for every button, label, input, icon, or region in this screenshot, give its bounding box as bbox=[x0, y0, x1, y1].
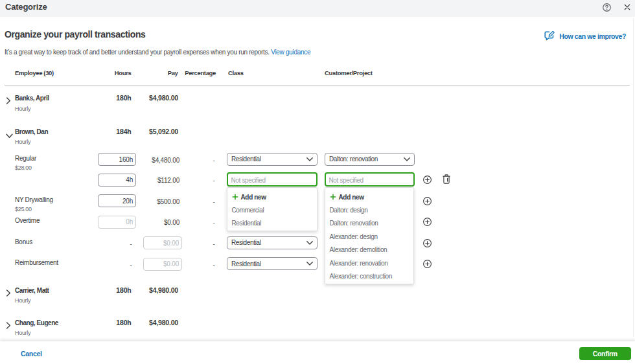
employee-pay: $4,980.00 bbox=[117, 287, 178, 294]
payitem-hours: - bbox=[97, 261, 132, 268]
class-select[interactable]: Residential bbox=[227, 236, 318, 249]
select-value: Residential bbox=[231, 239, 306, 246]
close-button[interactable] bbox=[623, 3, 631, 11]
modal-header: Categorize bbox=[0, 0, 635, 17]
expand-chevron-right-icon[interactable] bbox=[6, 288, 11, 299]
payitem-rate: $28.00 bbox=[15, 165, 32, 171]
menu-item-alexander-design[interactable]: Alexander: design bbox=[325, 230, 413, 243]
circle-plus-icon bbox=[423, 260, 432, 268]
view-guidance-link[interactable]: View guidance bbox=[271, 49, 310, 56]
chevron-down-icon bbox=[306, 157, 313, 161]
payitem-percentage: - bbox=[181, 157, 215, 164]
menu-item-label: Add new bbox=[339, 194, 364, 201]
select-value: Residential bbox=[231, 260, 306, 267]
employee-type: Hourly bbox=[15, 297, 30, 304]
expand-chevron-right-icon[interactable] bbox=[6, 320, 11, 332]
menu-item-alexander-construction[interactable]: Alexander: construction bbox=[325, 269, 413, 282]
class-dropdown-menu: Add new Commercial Residential bbox=[227, 187, 318, 231]
select-value: Dalton: renovation bbox=[329, 155, 404, 163]
chevron-down-icon bbox=[306, 262, 313, 266]
col-header-employee: Employee (30) bbox=[15, 69, 54, 76]
employee-type: Hourly bbox=[15, 139, 30, 145]
delete-line-button[interactable] bbox=[443, 174, 450, 184]
class-combobox-focused[interactable] bbox=[227, 172, 318, 187]
payitem-pay: $0.00 bbox=[118, 219, 179, 226]
customer-select[interactable]: Dalton: renovation bbox=[325, 153, 415, 166]
menu-item-residential[interactable]: Residential bbox=[227, 217, 317, 230]
page-subtitle: It’s a great way to keep track of and be… bbox=[5, 49, 310, 56]
payitem-label: Bonus bbox=[15, 238, 32, 245]
col-header-customer: Customer/Project bbox=[325, 69, 373, 76]
pay-cell bbox=[143, 257, 182, 270]
help-icon bbox=[603, 3, 611, 12]
col-header-percentage: Percentage bbox=[162, 69, 216, 76]
page-title: Organize your payroll transactions bbox=[5, 29, 145, 40]
menu-item-commercial[interactable]: Commercial bbox=[227, 203, 317, 216]
payitem-label: Regular bbox=[15, 155, 36, 162]
customer-input[interactable] bbox=[326, 175, 413, 187]
menu-item-add-new[interactable]: Add new bbox=[227, 190, 317, 203]
payitem-percentage: - bbox=[181, 177, 215, 184]
circle-plus-icon bbox=[423, 218, 432, 226]
menu-item-dalton-design[interactable]: Dalton: design bbox=[325, 203, 413, 216]
feedback-icon bbox=[544, 31, 555, 41]
modal-title: Categorize bbox=[5, 2, 47, 12]
expand-chevron-right-icon[interactable] bbox=[6, 95, 11, 107]
pay-cell bbox=[143, 236, 182, 249]
menu-item-alexander-demolition[interactable]: Alexander: demolition bbox=[325, 244, 413, 256]
menu-item-alexander-renovation[interactable]: Alexander: renovation bbox=[325, 256, 413, 269]
trash-icon bbox=[443, 174, 450, 184]
feedback-label: How can we improve? bbox=[559, 32, 626, 40]
add-line-button[interactable] bbox=[423, 218, 432, 226]
pay-input[interactable] bbox=[143, 236, 182, 249]
select-value: Residential bbox=[231, 155, 306, 163]
subtitle-text: It’s a great way to keep track of and be… bbox=[5, 49, 270, 56]
employee-name: Carrier, Matt bbox=[15, 287, 49, 294]
class-input[interactable] bbox=[228, 175, 316, 187]
menu-item-label: Add new bbox=[241, 194, 266, 201]
payitem-pay: $500.00 bbox=[118, 198, 179, 205]
circle-plus-icon bbox=[423, 197, 432, 205]
plus-icon bbox=[330, 194, 336, 200]
class-select[interactable]: Residential bbox=[227, 153, 318, 166]
pay-input[interactable] bbox=[143, 258, 182, 271]
payitem-percentage: - bbox=[181, 219, 215, 226]
close-icon bbox=[623, 3, 631, 11]
table-header-rule bbox=[5, 85, 630, 85]
modal-footer: Cancel Confirm bbox=[0, 341, 635, 364]
employee-pay: $5,092.00 bbox=[117, 128, 178, 135]
help-button[interactable] bbox=[603, 3, 611, 12]
add-line-button[interactable] bbox=[423, 239, 432, 247]
confirm-button[interactable]: Confirm bbox=[579, 347, 631, 360]
chevron-down-icon bbox=[306, 241, 313, 245]
menu-item-add-new[interactable]: Add new bbox=[325, 190, 413, 203]
customer-combobox-focused[interactable] bbox=[325, 172, 415, 187]
categorize-modal: Categorize Organize your payroll transac… bbox=[0, 0, 635, 364]
employee-name: Chang, Eugene bbox=[15, 319, 58, 326]
payitem-label: Overtime bbox=[15, 217, 40, 224]
payitem-pay: $112.00 bbox=[118, 177, 179, 184]
col-header-class: Class bbox=[228, 69, 244, 76]
plus-icon bbox=[232, 194, 238, 200]
menu-item-dalton-renovation[interactable]: Dalton: renovation bbox=[325, 217, 413, 230]
add-line-button[interactable] bbox=[423, 197, 432, 205]
employee-type: Hourly bbox=[15, 330, 30, 336]
payitem-percentage: - bbox=[181, 240, 215, 247]
payitem-percentage: - bbox=[181, 261, 215, 268]
payitem-label: NY Drywalling bbox=[15, 196, 53, 203]
employee-name: Banks, April bbox=[15, 95, 49, 102]
collapse-chevron-down-icon[interactable] bbox=[6, 130, 13, 141]
payitem-label: Reimbursement bbox=[15, 259, 58, 266]
circle-plus-icon bbox=[423, 176, 432, 184]
cancel-button[interactable]: Cancel bbox=[21, 350, 42, 358]
add-line-button[interactable] bbox=[423, 260, 432, 268]
feedback-link[interactable]: How can we improve? bbox=[544, 31, 626, 41]
employee-pay: $4,980.00 bbox=[117, 95, 178, 102]
employee-type: Hourly bbox=[15, 106, 30, 112]
payitem-hours: - bbox=[97, 240, 132, 247]
add-line-button[interactable] bbox=[423, 176, 432, 184]
class-select[interactable]: Residential bbox=[227, 257, 318, 270]
employee-name: Brown, Dan bbox=[15, 128, 48, 135]
scrollbar-track bbox=[633, 18, 634, 337]
payitem-rate: $25.00 bbox=[15, 206, 32, 212]
